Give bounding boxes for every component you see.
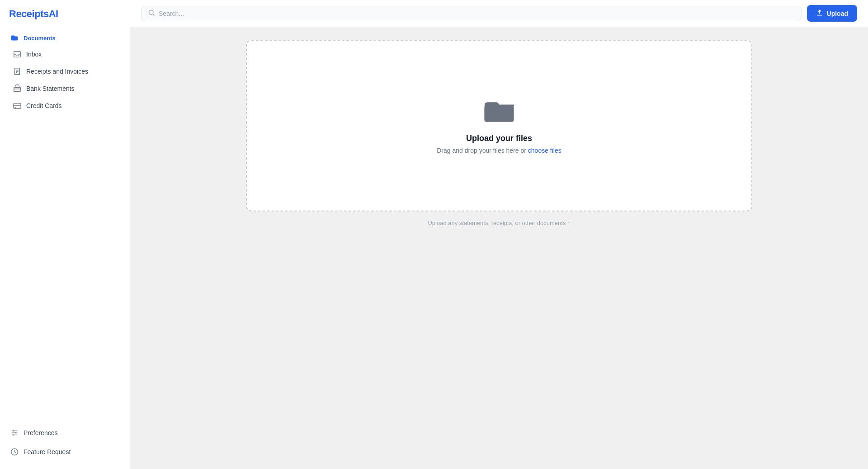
star-icon: [10, 447, 19, 456]
sidebar-item-receipts-invoices[interactable]: Receipts and Invoices: [5, 63, 124, 80]
svg-point-16: [149, 10, 153, 14]
svg-rect-19: [485, 106, 514, 122]
receipt-icon: [13, 67, 22, 76]
feature-request-label: Feature Request: [24, 448, 71, 455]
inbox-label: Inbox: [26, 51, 42, 58]
upload-icon: [816, 9, 823, 18]
search-icon: [148, 9, 155, 18]
bank-icon: [13, 84, 22, 93]
credit-cards-label: Credit Cards: [26, 102, 62, 109]
svg-point-14: [13, 434, 14, 436]
svg-line-17: [153, 14, 155, 15]
folder-icon-wrap: [483, 98, 515, 127]
app-logo: ReceiptsAI: [9, 8, 58, 20]
sidebar-item-preferences[interactable]: Preferences: [5, 424, 124, 442]
documents-label: Documents: [24, 35, 56, 42]
search-input[interactable]: [159, 10, 795, 17]
upload-hint: Upload any statements, receipts, or othe…: [428, 220, 570, 226]
upload-button-label: Upload: [827, 10, 848, 17]
choose-files-link[interactable]: choose files: [528, 147, 561, 154]
sidebar-item-inbox[interactable]: Inbox: [5, 46, 124, 62]
drop-zone[interactable]: Upload your files Drag and drop your fil…: [246, 40, 752, 211]
sidebar-item-feature-request[interactable]: Feature Request: [5, 443, 124, 461]
credit-card-icon: [13, 101, 22, 110]
sidebar-item-documents[interactable]: Documents: [5, 31, 124, 45]
svg-rect-6: [14, 103, 21, 109]
svg-point-13: [15, 432, 16, 434]
inbox-icon: [13, 50, 22, 59]
svg-rect-0: [14, 52, 20, 57]
upload-subtitle-prefix: Drag and drop your files here or: [437, 147, 528, 154]
main-area: Upload Upload your files Drag and drop y…: [130, 0, 868, 469]
content-area: Upload your files Drag and drop your fil…: [130, 27, 868, 469]
topbar: Upload: [130, 0, 868, 27]
sidebar-item-credit-cards[interactable]: Credit Cards: [5, 98, 124, 114]
sidebar-item-bank-statements[interactable]: Bank Statements: [5, 80, 124, 97]
search-container[interactable]: [141, 6, 802, 21]
bottom-nav: Preferences Feature Request: [0, 420, 130, 469]
preferences-label: Preferences: [24, 429, 57, 436]
upload-subtitle: Drag and drop your files here or choose …: [437, 147, 561, 154]
bank-statements-label: Bank Statements: [26, 85, 75, 92]
logo-prefix: Receipts: [9, 8, 49, 19]
upload-title: Upload your files: [466, 134, 532, 143]
sliders-icon: [10, 428, 19, 437]
svg-point-12: [13, 430, 14, 431]
nav-section: Documents Inbox Receipts a: [0, 27, 130, 420]
svg-rect-4: [14, 87, 20, 91]
sidebar: ReceiptsAI Documents Inbox: [0, 0, 130, 469]
upload-button[interactable]: Upload: [807, 5, 857, 22]
folder-open-icon: [10, 33, 19, 42]
logo-suffix: AI: [49, 8, 58, 19]
logo-area: ReceiptsAI: [0, 0, 130, 27]
receipts-invoices-label: Receipts and Invoices: [26, 68, 88, 75]
